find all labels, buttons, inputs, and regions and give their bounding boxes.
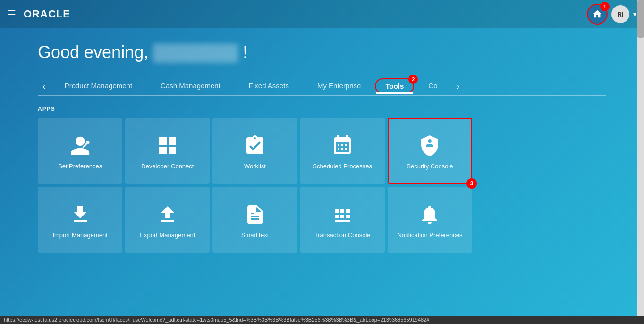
- status-bar: https://ecdw-test.fa.us2.oraclecloud.com…: [0, 316, 644, 324]
- top-bar-left: ☰ ORACLE: [8, 8, 70, 20]
- news-grid-icon: [331, 203, 354, 226]
- tab-product-management[interactable]: Product Management: [51, 77, 146, 95]
- tab-fixed-assets[interactable]: Fixed Assets: [235, 77, 303, 95]
- hamburger-icon[interactable]: ☰: [8, 8, 16, 20]
- user-avatar[interactable]: RI: [611, 5, 629, 23]
- tile-security-console-label: Security Console: [407, 163, 453, 171]
- scrollbar-track[interactable]: [637, 0, 644, 324]
- main-content: Good evening, ! ‹ Product Management Cas…: [0, 28, 644, 253]
- tab-cash-management[interactable]: Cash Management: [146, 77, 235, 95]
- tile-smarttext[interactable]: SmartText: [212, 187, 297, 253]
- greeting-text: Good evening,: [38, 42, 148, 62]
- clipboard-check-icon: [244, 134, 266, 157]
- apps-grid-row2: Import Management Export Management Smar…: [38, 187, 472, 253]
- tab-co[interactable]: Co: [414, 77, 451, 95]
- tab-my-enterprise[interactable]: My Enterprise: [303, 77, 375, 95]
- download-arrow-icon: [69, 203, 92, 226]
- tile-export-management-label: Export Management: [140, 232, 195, 240]
- doc-lines-icon: [244, 203, 266, 226]
- tile-export-management[interactable]: Export Management: [125, 187, 210, 253]
- greeting-exclamation: !: [243, 42, 247, 62]
- upload-arrow-icon: [156, 203, 179, 226]
- dashboard-icon: [156, 134, 179, 157]
- top-bar: ☰ ORACLE 1 RI ▾: [0, 0, 644, 28]
- tile-notification-preferences[interactable]: Notification Preferences: [388, 187, 472, 253]
- tile-notification-preferences-label: Notification Preferences: [397, 232, 462, 240]
- bell-icon: [418, 203, 441, 226]
- tile-worklist-label: Worklist: [244, 163, 266, 171]
- scrollbar-thumb[interactable]: [637, 0, 644, 38]
- user-chevron-icon[interactable]: ▾: [633, 10, 636, 18]
- status-url: https://ecdw-test.fa.us2.oraclecloud.com…: [4, 317, 429, 323]
- tab-tools[interactable]: Tools 2: [375, 78, 414, 94]
- calendar-grid-icon: [331, 134, 354, 157]
- oracle-logo: ORACLE: [24, 8, 70, 20]
- person-edit-icon: [69, 134, 92, 157]
- apps-label: APPS: [38, 106, 606, 112]
- tile-scheduled-processes[interactable]: Scheduled Processes: [300, 118, 385, 184]
- shield-lock-icon: [418, 134, 441, 157]
- tile-developer-connect-label: Developer Connect: [141, 163, 194, 171]
- tile-set-preferences-label: Set Preferences: [58, 163, 102, 171]
- security-console-badge: 3: [466, 178, 477, 189]
- home-button[interactable]: 1: [587, 4, 608, 25]
- apps-grid-row1: Set Preferences Developer Connect Workli…: [38, 118, 472, 184]
- tile-import-management-label: Import Management: [52, 232, 107, 240]
- tile-worklist[interactable]: Worklist: [212, 118, 297, 184]
- tile-security-console[interactable]: Security Console 3: [388, 118, 472, 184]
- tile-import-management[interactable]: Import Management: [38, 187, 122, 253]
- top-bar-right: 1 RI ▾: [587, 4, 636, 25]
- tile-set-preferences[interactable]: Set Preferences: [38, 118, 122, 184]
- greeting: Good evening, !: [38, 42, 606, 63]
- user-name-blurred: [153, 44, 238, 63]
- tile-scheduled-processes-label: Scheduled Processes: [313, 163, 372, 171]
- tile-transaction-console-label: Transaction Console: [314, 232, 371, 240]
- tab-bar: ‹ Product Management Cash Management Fix…: [38, 77, 606, 96]
- tile-smarttext-label: SmartText: [241, 232, 269, 240]
- tile-transaction-console[interactable]: Transaction Console: [300, 187, 385, 253]
- tile-developer-connect[interactable]: Developer Connect: [125, 118, 210, 184]
- home-icon: [592, 9, 602, 19]
- home-badge: 1: [600, 2, 610, 11]
- tab-next-arrow[interactable]: ›: [452, 77, 465, 95]
- tab-prev-arrow[interactable]: ‹: [38, 77, 51, 95]
